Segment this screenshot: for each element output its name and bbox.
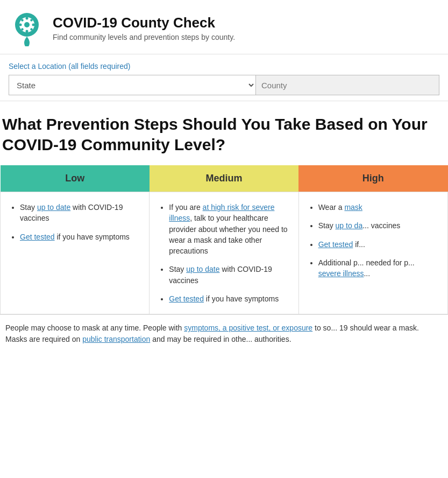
get-tested-link-medium[interactable]: Get tested	[169, 294, 204, 303]
severe-illness-link[interactable]: severe illness	[318, 269, 364, 278]
svg-point-8	[30, 28, 32, 30]
header-text-block: COVID-19 County Check Find community lev…	[53, 15, 235, 41]
level-low-header: Low	[1, 165, 150, 192]
list-item: If you are at high risk for severe illne…	[169, 202, 288, 256]
level-medium-content: If you are at high risk for severe illne…	[150, 192, 298, 314]
get-tested-link-high[interactable]: Get tested	[318, 240, 353, 249]
list-item: Additional p... needed for p... severe i…	[318, 257, 438, 279]
symptoms-link[interactable]: symptoms, a positive test, or exposure	[184, 324, 312, 332]
level-high-content: Wear a mask Stay up to da... vaccines Ge…	[298, 192, 447, 314]
app-logo-icon	[9, 10, 45, 46]
footer-note: People may choose to mask at any time. P…	[0, 314, 448, 353]
up-to-date-link-high[interactable]: up to da	[336, 221, 363, 230]
location-selects: State	[9, 75, 439, 95]
svg-point-10	[21, 28, 23, 30]
app-header: COVID-19 County Check Find community lev…	[0, 0, 448, 54]
level-high-header: High	[298, 165, 447, 192]
app-subtitle: Find community levels and prevention ste…	[53, 33, 235, 41]
high-risk-link[interactable]: at high risk for severe illness	[169, 203, 274, 222]
svg-point-6	[32, 24, 35, 26]
state-select[interactable]: State	[9, 75, 256, 95]
levels-table: Low Medium High Stay up to date with COV…	[0, 165, 448, 314]
list-item: Wear a mask	[318, 202, 438, 213]
list-item: Get tested if...	[318, 239, 438, 250]
mask-link[interactable]: mask	[344, 203, 362, 212]
app-title: COVID-19 County Check	[53, 15, 235, 31]
public-transport-link[interactable]: public transportation	[82, 335, 150, 343]
svg-point-2	[24, 22, 30, 27]
svg-point-9	[30, 19, 32, 21]
level-medium-header: Medium	[150, 165, 298, 192]
main-content: What Prevention Steps Should You Take Ba…	[0, 101, 448, 314]
svg-point-5	[19, 24, 22, 26]
location-section: Select a Location (all fields required) …	[0, 54, 448, 101]
footer-text-start: People may choose to mask at any time. P…	[5, 324, 184, 332]
list-item: Stay up to da... vaccines	[318, 220, 438, 231]
svg-point-4	[26, 30, 29, 33]
get-tested-link-low[interactable]: Get tested	[20, 233, 55, 241]
location-label: Select a Location (all fields required)	[9, 62, 439, 71]
list-item: Stay up to date with COVID-19 vaccines	[20, 202, 139, 224]
prevention-title: What Prevention Steps Should You Take Ba…	[0, 114, 448, 165]
footer-text-end: and may be required in othe... authoriti…	[150, 335, 291, 343]
up-to-date-link-low-1[interactable]: up to date	[37, 203, 70, 212]
list-item: Stay up to date with COVID-19 vaccines	[169, 264, 288, 286]
svg-point-7	[21, 19, 23, 21]
list-item: Get tested if you have symptoms	[169, 293, 288, 304]
up-to-date-link-medium[interactable]: up to date	[186, 265, 219, 273]
county-input[interactable]	[256, 75, 439, 95]
list-item: Get tested if you have symptoms	[20, 231, 139, 242]
svg-point-3	[26, 17, 29, 20]
level-low-content: Stay up to date with COVID-19 vaccines G…	[1, 192, 150, 314]
